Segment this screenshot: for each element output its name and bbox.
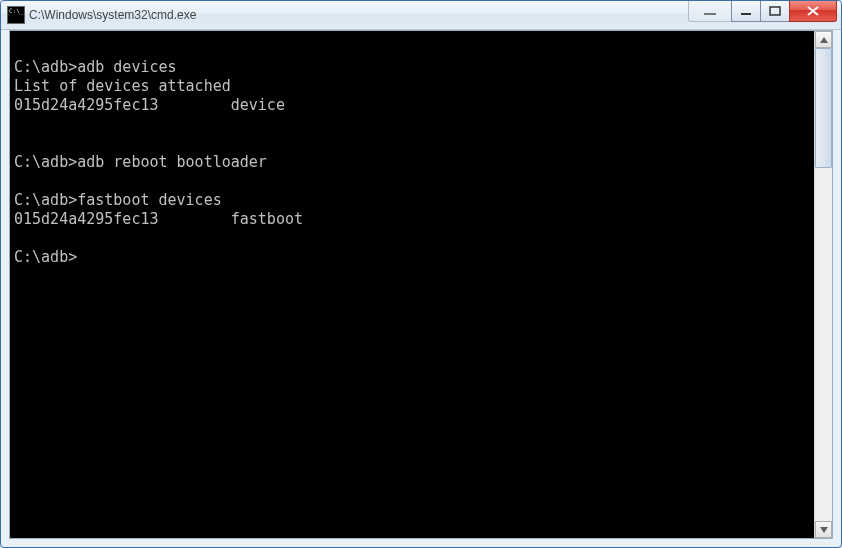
scroll-thumb[interactable]: [815, 48, 832, 168]
maximize-button[interactable]: [760, 1, 790, 22]
close-button[interactable]: [789, 1, 837, 22]
minimize-button[interactable]: [731, 1, 761, 22]
svg-rect-0: [704, 13, 716, 15]
scrollbar[interactable]: [814, 31, 832, 538]
svg-rect-1: [741, 13, 751, 15]
window-title: C:\Windows\system32\cmd.exe: [29, 8, 196, 22]
cmd-window: C:\Windows\system32\cmd.exe C:\adb>adb d…: [0, 0, 842, 548]
cmd-icon: [7, 6, 25, 24]
terminal-output[interactable]: C:\adb>adb devices List of devices attac…: [10, 31, 814, 538]
client-area: C:\adb>adb devices List of devices attac…: [9, 30, 833, 539]
spacer-button[interactable]: [688, 1, 732, 22]
window-controls: [689, 1, 837, 22]
svg-rect-2: [770, 7, 780, 15]
scroll-track[interactable]: [815, 48, 832, 521]
scroll-down-button[interactable]: [815, 521, 832, 538]
titlebar[interactable]: C:\Windows\system32\cmd.exe: [1, 1, 841, 30]
scroll-up-button[interactable]: [815, 31, 832, 48]
